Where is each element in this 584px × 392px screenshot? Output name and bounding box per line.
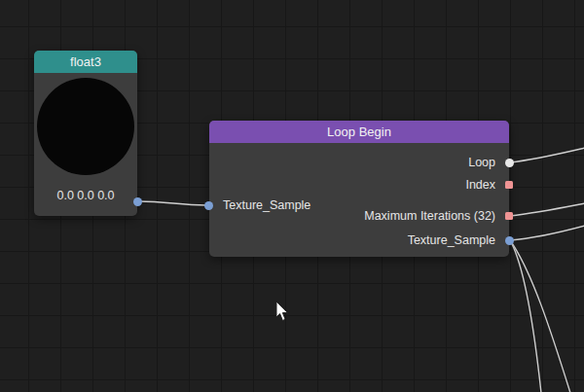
wire-texture-sample-output-down-1[interactable]	[510, 240, 541, 392]
wire-float3-to-loop-input[interactable]	[138, 201, 206, 205]
node-float3-header[interactable]: float3	[34, 51, 137, 73]
input-port-texture-sample[interactable]	[204, 201, 213, 210]
wire-max-iterations-output[interactable]	[510, 203, 584, 216]
output-port-loop[interactable]	[505, 159, 514, 167]
input-label-texture-sample: Texture_Sample	[223, 198, 310, 212]
node-float3-title: float3	[70, 54, 101, 69]
float3-value: 0.0 0.0 0.0	[34, 189, 137, 202]
node-float3[interactable]: float3 0.0 0.0 0.0	[34, 51, 137, 216]
output-label-maximum-iterations: Maximum Iterations (32)	[364, 209, 495, 223]
output-label-texture-sample: Texture_Sample	[408, 233, 495, 247]
node-graph-canvas[interactable]: float3 0.0 0.0 0.0 Loop Begin Texture_Sa…	[0, 0, 584, 392]
output-label-index: Index	[465, 178, 495, 192]
node-loop-begin-title: Loop Begin	[327, 125, 391, 139]
wire-loop-output[interactable]	[510, 148, 584, 162]
output-port-maximum-iterations[interactable]	[505, 212, 513, 220]
float3-output-port[interactable]	[133, 197, 142, 206]
node-loop-begin-header[interactable]: Loop Begin	[209, 121, 509, 143]
mouse-cursor	[275, 302, 291, 323]
float3-preview-circle	[37, 78, 134, 175]
node-loop-begin[interactable]: Loop Begin Texture_Sample Loop Index Max…	[209, 121, 509, 257]
wire-texture-sample-output-right[interactable]	[510, 226, 584, 240]
output-label-loop: Loop	[468, 156, 495, 169]
output-port-index[interactable]	[505, 181, 513, 189]
output-port-texture-sample[interactable]	[505, 236, 514, 245]
